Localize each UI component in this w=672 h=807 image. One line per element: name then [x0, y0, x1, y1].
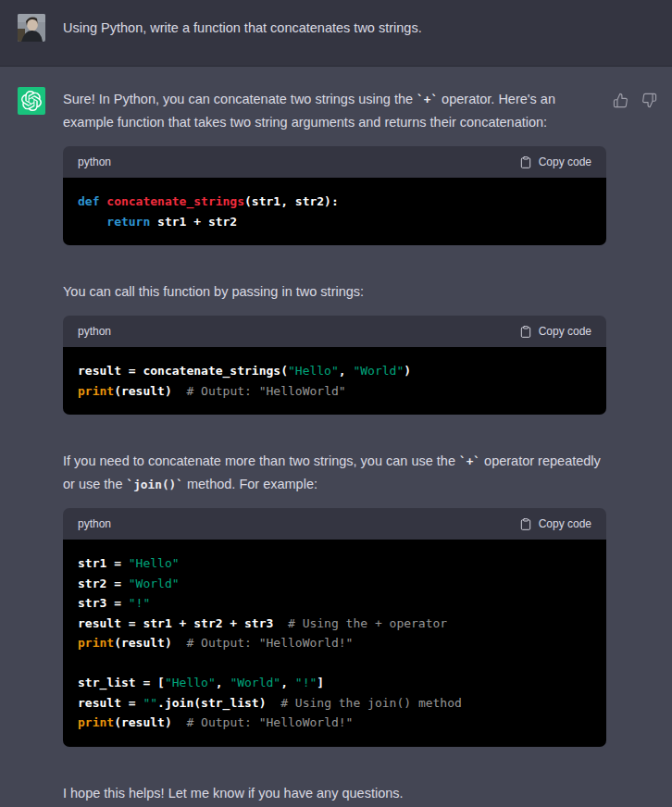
code-token: "Hello"	[129, 556, 180, 570]
openai-logo-icon	[21, 91, 42, 111]
text-run: method. For example:	[183, 477, 317, 491]
code-token: return	[106, 215, 150, 229]
text-run: I hope this helps! Let me know if you ha…	[63, 786, 404, 801]
code-block-header: pythonCopy code	[63, 316, 606, 347]
thumbs-down-icon[interactable]	[641, 93, 657, 108]
code-token: print	[78, 636, 114, 650]
code-content: result = concatenate_strings("Hello", "W…	[63, 347, 606, 415]
code-token: # Output: "HelloWorld!"	[186, 715, 353, 729]
clipboard-icon	[519, 325, 532, 339]
code-token: str1 =	[78, 556, 129, 570]
code-token: str2 =	[78, 577, 129, 590]
code-line: print(result) # Output: "HelloWorld!"	[78, 633, 591, 653]
code-token: (str1, str2):	[244, 194, 339, 208]
code-block-header: pythonCopy code	[63, 146, 606, 178]
code-token: str_list = [	[78, 676, 165, 689]
code-line: print(result) # Output: "HelloWorld"	[78, 381, 591, 402]
code-line: str2 = "World"	[78, 574, 591, 594]
code-token: "Hello"	[165, 676, 216, 689]
code-line: str1 = "Hello"	[78, 553, 591, 574]
code-token: (result)	[114, 715, 186, 729]
code-token: ""	[143, 696, 157, 710]
code-token: def	[78, 194, 99, 208]
assistant-message-row: Sure! In Python, you can concatenate two…	[0, 67, 672, 807]
code-token: .join(str_list)	[157, 696, 280, 710]
code-line: str3 = "!"	[78, 593, 591, 614]
code-token: (result)	[114, 384, 186, 398]
assistant-paragraph: If you need to concatenate more than two…	[63, 450, 606, 496]
code-content: def concatenate_strings(str1, str2): ret…	[63, 178, 606, 245]
code-line	[78, 653, 591, 674]
code-token: "!"	[295, 676, 317, 689]
assistant-avatar	[18, 87, 45, 115]
code-token: str3 =	[78, 596, 129, 610]
code-line: return str1 + str2	[78, 212, 591, 232]
copy-code-button[interactable]: Copy code	[519, 325, 591, 339]
code-token: result = concatenate_strings(	[78, 364, 288, 378]
code-token: print	[78, 715, 114, 729]
code-token: result = str1 + str2 + str3	[78, 616, 288, 630]
user-photo-avatar	[18, 14, 45, 42]
code-line: def concatenate_strings(str1, str2):	[78, 192, 591, 212]
code-token	[78, 215, 106, 229]
copy-code-label: Copy code	[539, 325, 591, 338]
code-token: # Using the join() method	[280, 696, 462, 710]
code-line: print(result) # Output: "HelloWorld!"	[78, 713, 591, 733]
code-token: "World"	[353, 364, 404, 378]
code-block: pythonCopy coderesult = concatenate_stri…	[63, 316, 606, 415]
thumbs-up-icon[interactable]	[613, 93, 628, 108]
code-token: # Output: "HelloWorld!"	[186, 636, 353, 650]
code-token: "World"	[230, 676, 280, 689]
user-message-row: Using Python, write a function that conc…	[0, 0, 672, 67]
code-token: # Using the + operator	[288, 616, 447, 630]
code-token: str1 + str2	[150, 215, 237, 229]
inline-code: `+`	[459, 454, 480, 468]
code-token: ]	[317, 676, 324, 689]
text-run: If you need to concatenate more than two…	[63, 453, 459, 468]
code-token: "World"	[129, 577, 180, 590]
code-line: result = "".join(str_list) # Using the j…	[78, 693, 591, 714]
code-token: ,	[280, 676, 295, 689]
assistant-paragraph: I hope this helps! Let me know if you ha…	[63, 782, 606, 805]
assistant-paragraph: You can call this function by passing in…	[63, 280, 606, 304]
code-language-label: python	[78, 320, 111, 343]
copy-code-label: Copy code	[539, 155, 591, 168]
code-token: print	[78, 384, 114, 398]
copy-code-label: Copy code	[539, 517, 591, 530]
code-token: (result)	[114, 636, 186, 650]
code-line: result = str1 + str2 + str3 # Using the …	[78, 614, 591, 634]
code-line: str_list = ["Hello", "World", "!"]	[78, 673, 591, 693]
code-token: "Hello"	[288, 364, 339, 378]
code-language-label: python	[78, 513, 111, 536]
user-message-text: Using Python, write a function that conc…	[63, 14, 606, 40]
assistant-blocks: Sure! In Python, you can concatenate two…	[63, 87, 606, 805]
text-run: Sure! In Python, you can concatenate two…	[63, 92, 417, 106]
assistant-paragraph: Sure! In Python, you can concatenate two…	[63, 88, 606, 134]
code-block-header: pythonCopy code	[63, 508, 606, 540]
code-token: result =	[78, 696, 143, 710]
code-token: ,	[339, 364, 354, 378]
clipboard-icon	[519, 155, 532, 169]
user-avatar	[18, 14, 45, 42]
code-token: concatenate_strings	[106, 194, 244, 208]
code-token: )	[404, 364, 411, 378]
copy-code-button[interactable]: Copy code	[519, 517, 591, 531]
message-actions	[613, 87, 657, 108]
code-language-label: python	[78, 151, 111, 174]
inline-code: `join()`	[127, 478, 183, 491]
copy-code-button[interactable]: Copy code	[519, 155, 591, 169]
code-content: str1 = "Hello"str2 = "World"str3 = "!"re…	[63, 540, 606, 747]
code-token: # Output: "HelloWorld"	[186, 384, 345, 398]
code-token: "!"	[129, 596, 150, 610]
code-token: ,	[216, 676, 230, 689]
code-line: result = concatenate_strings("Hello", "W…	[78, 361, 591, 381]
clipboard-icon	[519, 517, 532, 531]
code-block: pythonCopy codedef concatenate_strings(s…	[63, 146, 606, 245]
inline-code: `+`	[417, 93, 438, 106]
text-run: You can call this function by passing in…	[63, 284, 364, 299]
code-block: pythonCopy codestr1 = "Hello"str2 = "Wor…	[63, 508, 606, 747]
